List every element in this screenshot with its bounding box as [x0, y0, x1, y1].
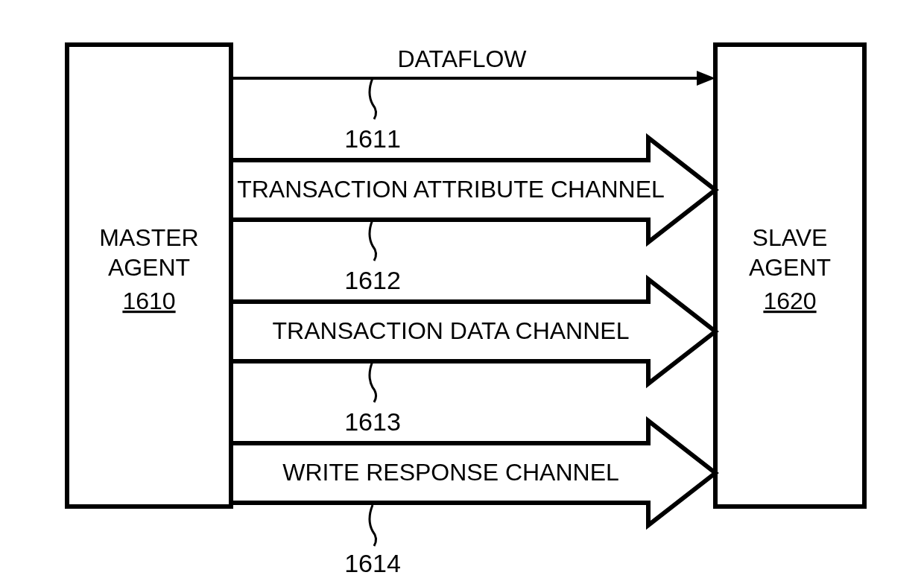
transaction-data-channel-label: TRANSACTION DATA CHANNEL — [273, 317, 630, 344]
dataflow-ref: 1611 — [344, 124, 401, 153]
transaction-data-channel-ref-tick — [370, 361, 376, 402]
write-response-channel-ref-tick — [370, 505, 376, 546]
diagram-canvas: MASTER AGENT 1610 SLAVE AGENT 1620 DATAF… — [0, 0, 924, 581]
transaction-attribute-channel-ref-tick — [370, 220, 376, 261]
transaction-data-channel-ref: 1613 — [344, 407, 401, 436]
dataflow-arrow: DATAFLOW 1611 — [231, 45, 715, 153]
transaction-data-channel-arrow: TRANSACTION DATA CHANNEL 1613 — [231, 279, 715, 436]
master-agent-box: MASTER AGENT 1610 — [67, 45, 231, 507]
dataflow-ref-tick — [370, 78, 376, 119]
master-agent-ref: 1610 — [122, 288, 175, 314]
write-response-channel-label: WRITE RESPONSE CHANNEL — [282, 459, 619, 486]
master-agent-subtitle: AGENT — [108, 254, 190, 281]
master-agent-title: MASTER — [99, 224, 198, 251]
svg-marker-3 — [697, 71, 715, 86]
write-response-channel-ref: 1614 — [344, 549, 401, 577]
transaction-attribute-channel-arrow: TRANSACTION ATTRIBUTE CHANNEL 1612 — [231, 138, 715, 294]
dataflow-label: DATAFLOW — [397, 45, 527, 72]
slave-agent-box: SLAVE AGENT 1620 — [715, 45, 864, 507]
transaction-attribute-channel-ref: 1612 — [344, 266, 401, 294]
write-response-channel-arrow: WRITE RESPONSE CHANNEL 1614 — [231, 421, 715, 577]
slave-agent-subtitle: AGENT — [749, 254, 831, 281]
slave-agent-ref: 1620 — [763, 288, 816, 314]
transaction-attribute-channel-label: TRANSACTION ATTRIBUTE CHANNEL — [237, 176, 665, 203]
slave-agent-title: SLAVE — [753, 224, 828, 251]
